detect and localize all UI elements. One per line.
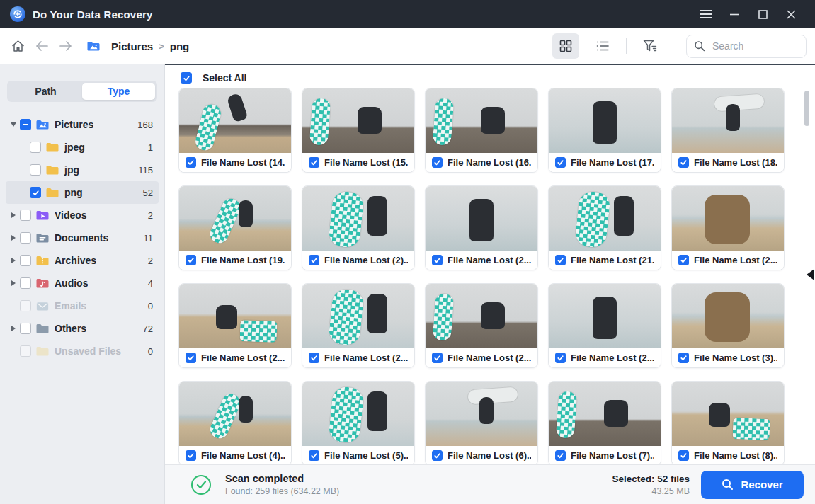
sidebar-tab-type[interactable]: Type: [82, 83, 155, 100]
checkbox-unchecked[interactable]: [20, 323, 31, 334]
file-card[interactable]: File Name Lost (2)...: [302, 185, 415, 270]
file-card[interactable]: File Name Lost (17...: [548, 88, 661, 173]
tree-item-count: 0: [148, 346, 153, 357]
breadcrumb-root[interactable]: Pictures: [111, 40, 153, 52]
file-name: File Name Lost (14...: [201, 157, 285, 168]
file-label-row: File Name Lost (16...: [426, 153, 537, 172]
checkbox-checked[interactable]: [555, 450, 566, 461]
file-card[interactable]: File Name Lost (3)...: [671, 283, 785, 368]
close-button[interactable]: [777, 0, 805, 28]
tree-collapsed-arrow-icon[interactable]: [8, 258, 18, 263]
file-thumbnail: [549, 88, 661, 153]
checkbox-unchecked[interactable]: [20, 210, 31, 221]
checkbox-checked[interactable]: [186, 450, 196, 461]
file-card[interactable]: File Name Lost (2...: [302, 283, 415, 368]
file-card[interactable]: File Name Lost (18...: [671, 88, 785, 173]
tree-item-jpeg[interactable]: jpeg1: [6, 136, 159, 159]
checkbox-checked[interactable]: [678, 450, 689, 461]
checkbox-unchecked[interactable]: [20, 345, 31, 357]
checkbox-checked[interactable]: [186, 157, 196, 168]
back-button[interactable]: [31, 35, 52, 57]
tree-item-audios[interactable]: Audios4: [6, 272, 159, 294]
sidebar-tab-path[interactable]: Path: [9, 83, 82, 100]
home-button[interactable]: [7, 35, 28, 57]
forward-button[interactable]: [55, 35, 76, 57]
checkbox-checked[interactable]: [186, 353, 196, 363]
breadcrumb-current[interactable]: png: [170, 40, 190, 52]
tree-collapsed-arrow-icon[interactable]: [8, 326, 18, 331]
file-card[interactable]: File Name Lost (16...: [425, 88, 538, 173]
filter-button[interactable]: [637, 33, 663, 59]
tree-item-videos[interactable]: Videos2: [6, 204, 159, 227]
minimize-button[interactable]: [720, 0, 748, 28]
checkbox-checked[interactable]: [555, 353, 566, 363]
file-card[interactable]: File Name Lost (5)...: [302, 381, 415, 466]
checkbox-checked[interactable]: [678, 157, 689, 168]
checkbox-checked[interactable]: [432, 255, 443, 265]
tree-collapsed-arrow-icon[interactable]: [8, 235, 18, 241]
file-card[interactable]: File Name Lost (6)...: [425, 381, 538, 466]
list-view-button[interactable]: [589, 33, 616, 59]
checkbox-checked[interactable]: [309, 353, 319, 363]
tree-item-archives[interactable]: Archives2: [6, 249, 159, 272]
maximize-button[interactable]: [748, 0, 777, 28]
tree-item-unsaved-files[interactable]: Unsaved Files0: [6, 340, 159, 362]
tree-item-pictures[interactable]: Pictures168: [6, 113, 159, 136]
file-card[interactable]: File Name Lost (19...: [178, 185, 292, 270]
tree-item-others[interactable]: Others72: [6, 317, 159, 340]
tree-item-jpg[interactable]: jpg115: [6, 159, 159, 181]
checkbox-checked[interactable]: [186, 255, 196, 265]
checkbox-checked[interactable]: [555, 157, 566, 168]
file-label-row: File Name Lost (2...: [672, 251, 784, 270]
checkbox-checked[interactable]: [432, 450, 443, 461]
tree-item-label: Documents: [55, 232, 108, 244]
file-card[interactable]: File Name Lost (4)...: [178, 381, 292, 466]
vertical-scrollbar[interactable]: [804, 91, 809, 126]
checkbox-unchecked[interactable]: [20, 255, 31, 266]
checkbox-checked[interactable]: [678, 353, 689, 363]
tree-collapsed-arrow-icon[interactable]: [8, 212, 18, 218]
checkbox-checked[interactable]: [678, 255, 689, 265]
recover-button[interactable]: Recover: [701, 471, 804, 499]
file-card[interactable]: File Name Lost (7)...: [548, 381, 661, 466]
file-card[interactable]: File Name Lost (2...: [178, 283, 292, 368]
checkbox-checked[interactable]: [309, 157, 319, 168]
file-card[interactable]: File Name Lost (21...: [548, 185, 661, 270]
checkbox-unchecked[interactable]: [20, 277, 31, 289]
emails-folder-icon: [35, 299, 50, 312]
tree-item-documents[interactable]: Documents11: [6, 227, 159, 249]
file-card[interactable]: File Name Lost (2...: [548, 283, 661, 368]
file-card[interactable]: File Name Lost (14...: [178, 88, 292, 173]
checkbox-unchecked[interactable]: [20, 300, 31, 311]
file-name: File Name Lost (2...: [201, 353, 285, 363]
file-card[interactable]: File Name Lost (2...: [671, 185, 785, 270]
tree-item-png[interactable]: png52: [6, 181, 159, 204]
file-label-row: File Name Lost (8)...: [672, 446, 784, 465]
select-all-checkbox[interactable]: [181, 72, 192, 84]
checkbox-checked[interactable]: [432, 353, 443, 363]
file-thumbnail: [549, 284, 661, 348]
toolbar: Pictures > png: [0, 28, 815, 64]
grid-view-button[interactable]: [552, 33, 579, 59]
file-card[interactable]: File Name Lost (8)...: [671, 381, 785, 466]
menu-icon[interactable]: [692, 0, 720, 28]
checkbox-unchecked[interactable]: [30, 164, 41, 176]
checkbox-checked[interactable]: [309, 450, 319, 461]
collapse-panel-handle[interactable]: [807, 269, 815, 283]
recover-button-label: Recover: [741, 479, 782, 491]
search-input[interactable]: [712, 40, 790, 52]
tree-expanded-arrow-icon[interactable]: [8, 122, 18, 127]
checkbox-checked[interactable]: [30, 187, 41, 198]
file-name: File Name Lost (2...: [448, 353, 531, 363]
checkbox-checked[interactable]: [555, 255, 566, 265]
file-card[interactable]: File Name Lost (2...: [425, 185, 538, 270]
file-card[interactable]: File Name Lost (15...: [302, 88, 415, 173]
checkbox-checked[interactable]: [432, 157, 443, 168]
tree-collapsed-arrow-icon[interactable]: [8, 280, 18, 286]
checkbox-indeterminate[interactable]: [20, 119, 31, 130]
checkbox-unchecked[interactable]: [30, 142, 41, 153]
file-card[interactable]: File Name Lost (2...: [425, 283, 538, 368]
tree-item-emails[interactable]: Emails0: [6, 294, 159, 317]
checkbox-unchecked[interactable]: [20, 232, 31, 244]
checkbox-checked[interactable]: [309, 255, 319, 265]
